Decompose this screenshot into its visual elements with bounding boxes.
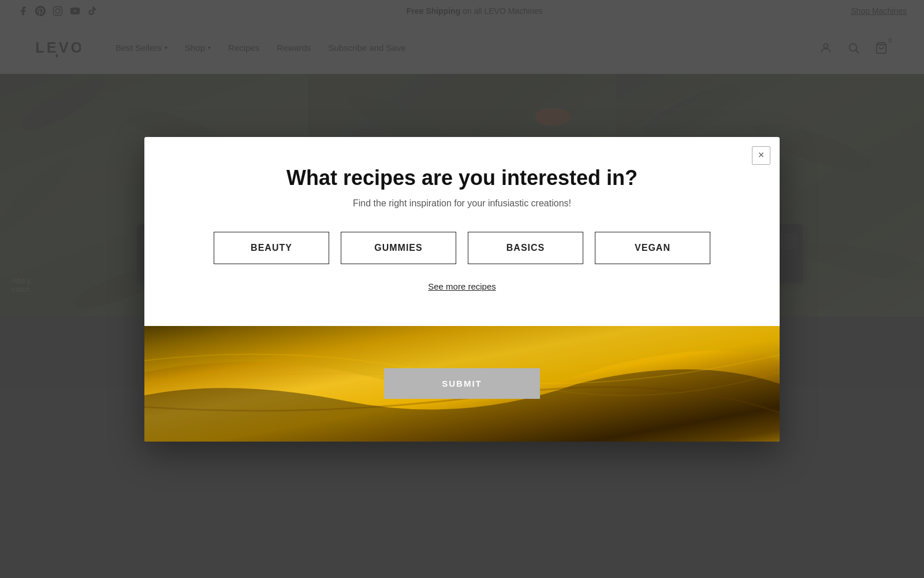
modal-title: What recipes are you interested in?	[179, 166, 745, 190]
see-more-recipes-link[interactable]: See more recipes	[179, 281, 745, 291]
modal-top: What recipes are you interested in? Find…	[144, 137, 780, 326]
modal-subtitle: Find the right inspiration for your infu…	[179, 198, 745, 209]
submit-button[interactable]: SUBMIT	[384, 368, 540, 399]
recipe-buttons-row: BEAUTY GUMMIES BASICS VEGAN	[179, 232, 745, 264]
recipe-btn-beauty[interactable]: BEAUTY	[214, 232, 329, 264]
modal-overlay: × What recipes are you interested in? Fi…	[0, 0, 924, 578]
recipe-btn-gummies[interactable]: GUMMIES	[341, 232, 456, 264]
recipe-btn-basics[interactable]: BASICS	[468, 232, 583, 264]
recipe-btn-vegan[interactable]: VEGAN	[595, 232, 710, 264]
modal-bottom: SUBMIT	[144, 326, 780, 442]
modal-close-button[interactable]: ×	[752, 146, 770, 165]
recipe-modal: × What recipes are you interested in? Fi…	[144, 137, 780, 442]
